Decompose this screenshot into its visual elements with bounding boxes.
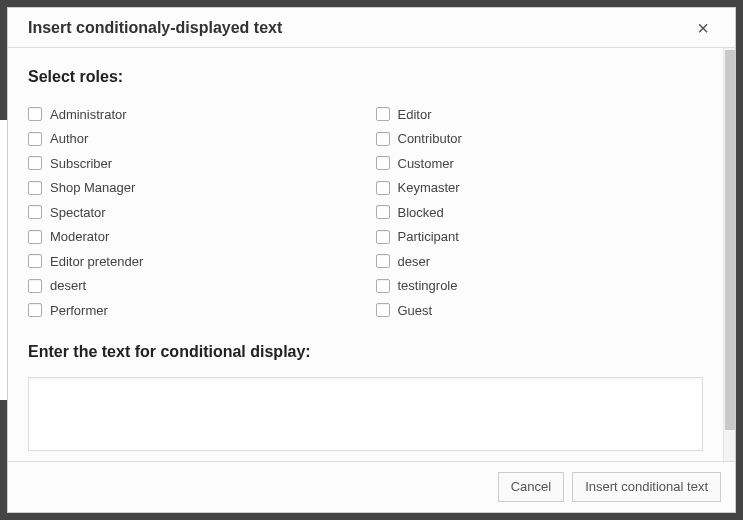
checkbox-editor-pretender[interactable] bbox=[28, 254, 42, 268]
roles-column-left: Administrator Author Subscriber Shop Man… bbox=[28, 102, 356, 323]
scrollbar-track[interactable] bbox=[723, 48, 735, 461]
checkbox-guest[interactable] bbox=[376, 303, 390, 317]
role-row-guest[interactable]: Guest bbox=[376, 298, 704, 323]
checkbox-shop-manager[interactable] bbox=[28, 181, 42, 195]
role-row-subscriber[interactable]: Subscriber bbox=[28, 151, 356, 176]
checkbox-participant[interactable] bbox=[376, 230, 390, 244]
role-row-contributor[interactable]: Contributor bbox=[376, 127, 704, 152]
role-label[interactable]: Moderator bbox=[50, 229, 109, 244]
insert-button[interactable]: Insert conditional text bbox=[572, 472, 721, 502]
scrollbar-thumb[interactable] bbox=[725, 50, 735, 430]
modal-body: Select roles: Administrator Author Subsc… bbox=[8, 48, 723, 461]
roles-grid: Administrator Author Subscriber Shop Man… bbox=[28, 102, 703, 323]
role-row-shop-manager[interactable]: Shop Manager bbox=[28, 176, 356, 201]
checkbox-testingrole[interactable] bbox=[376, 279, 390, 293]
checkbox-deser[interactable] bbox=[376, 254, 390, 268]
checkbox-subscriber[interactable] bbox=[28, 156, 42, 170]
modal-body-wrap: Select roles: Administrator Author Subsc… bbox=[8, 48, 735, 461]
role-label[interactable]: Subscriber bbox=[50, 156, 112, 171]
checkbox-keymaster[interactable] bbox=[376, 181, 390, 195]
role-row-moderator[interactable]: Moderator bbox=[28, 225, 356, 250]
checkbox-desert[interactable] bbox=[28, 279, 42, 293]
role-row-performer[interactable]: Performer bbox=[28, 298, 356, 323]
checkbox-customer[interactable] bbox=[376, 156, 390, 170]
role-row-desert[interactable]: desert bbox=[28, 274, 356, 299]
role-label[interactable]: Administrator bbox=[50, 107, 127, 122]
role-row-keymaster[interactable]: Keymaster bbox=[376, 176, 704, 201]
enter-text-heading: Enter the text for conditional display: bbox=[28, 343, 703, 361]
modal-title: Insert conditionaly-displayed text bbox=[28, 19, 282, 37]
role-row-customer[interactable]: Customer bbox=[376, 151, 704, 176]
checkbox-contributor[interactable] bbox=[376, 132, 390, 146]
role-label[interactable]: Author bbox=[50, 131, 88, 146]
role-label[interactable]: Shop Manager bbox=[50, 180, 135, 195]
conditional-text-input[interactable] bbox=[28, 377, 703, 451]
role-label[interactable]: deser bbox=[398, 254, 431, 269]
role-row-administrator[interactable]: Administrator bbox=[28, 102, 356, 127]
cancel-button[interactable]: Cancel bbox=[498, 472, 564, 502]
textarea-wrap bbox=[28, 377, 703, 455]
role-label[interactable]: Blocked bbox=[398, 205, 444, 220]
checkbox-spectator[interactable] bbox=[28, 205, 42, 219]
modal-dialog: Insert conditionaly-displayed text × Sel… bbox=[7, 7, 736, 513]
role-label[interactable]: Customer bbox=[398, 156, 454, 171]
role-row-author[interactable]: Author bbox=[28, 127, 356, 152]
select-roles-heading: Select roles: bbox=[28, 68, 703, 86]
checkbox-editor[interactable] bbox=[376, 107, 390, 121]
role-label[interactable]: Performer bbox=[50, 303, 108, 318]
background-page bbox=[0, 120, 7, 400]
checkbox-blocked[interactable] bbox=[376, 205, 390, 219]
role-label[interactable]: Contributor bbox=[398, 131, 462, 146]
role-label[interactable]: testingrole bbox=[398, 278, 458, 293]
role-label[interactable]: desert bbox=[50, 278, 86, 293]
close-button[interactable]: × bbox=[691, 14, 715, 42]
role-label[interactable]: Participant bbox=[398, 229, 459, 244]
role-label[interactable]: Guest bbox=[398, 303, 433, 318]
role-label[interactable]: Spectator bbox=[50, 205, 106, 220]
checkbox-performer[interactable] bbox=[28, 303, 42, 317]
role-row-deser[interactable]: deser bbox=[376, 249, 704, 274]
checkbox-administrator[interactable] bbox=[28, 107, 42, 121]
checkbox-moderator[interactable] bbox=[28, 230, 42, 244]
role-row-spectator[interactable]: Spectator bbox=[28, 200, 356, 225]
role-label[interactable]: Editor bbox=[398, 107, 432, 122]
role-row-blocked[interactable]: Blocked bbox=[376, 200, 704, 225]
close-icon: × bbox=[697, 17, 709, 39]
role-row-participant[interactable]: Participant bbox=[376, 225, 704, 250]
role-label[interactable]: Editor pretender bbox=[50, 254, 143, 269]
role-row-testingrole[interactable]: testingrole bbox=[376, 274, 704, 299]
role-row-editor-pretender[interactable]: Editor pretender bbox=[28, 249, 356, 274]
roles-column-right: Editor Contributor Customer Keymaster bbox=[376, 102, 704, 323]
modal-footer: Cancel Insert conditional text bbox=[8, 461, 735, 512]
checkbox-author[interactable] bbox=[28, 132, 42, 146]
role-row-editor[interactable]: Editor bbox=[376, 102, 704, 127]
role-label[interactable]: Keymaster bbox=[398, 180, 460, 195]
modal-header: Insert conditionaly-displayed text × bbox=[8, 8, 735, 48]
